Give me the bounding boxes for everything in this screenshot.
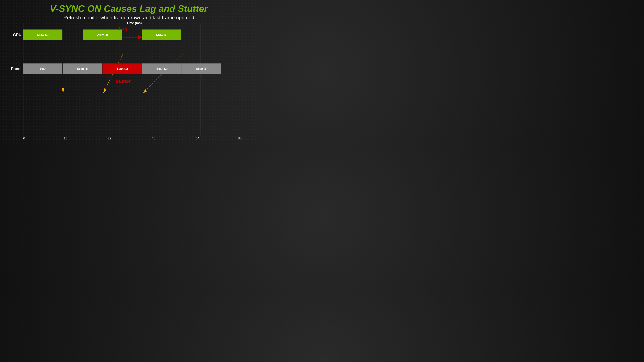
panel-bar-scan1-gray: Scan (1): [63, 63, 102, 74]
panel-bar-scan2: Scan (2): [142, 63, 182, 74]
gpu-bar-draw2: Draw (2): [83, 29, 122, 40]
time-label-64: 64: [196, 137, 199, 140]
panel-label: Panel: [7, 66, 22, 71]
gpu-row: GPU Draw (1) Draw (2) Draw (3): [23, 29, 245, 40]
panel-bar-scan: Scan: [23, 63, 62, 74]
page-content: V-SYNC ON Causes Lag and Stutter Refresh…: [0, 0, 258, 145]
grid-line-0: [23, 24, 24, 136]
time-label-80: 80: [238, 137, 242, 140]
panel-bar-scan3: Scan (3): [182, 63, 221, 74]
panel-bar-scan1-red: Scan (1): [102, 63, 142, 74]
time-label-48: 48: [152, 137, 155, 140]
page-subtitle: Refresh monitor when frame drawn and las…: [63, 15, 194, 20]
time-unit-label: Time (ms): [127, 21, 142, 25]
grid-line-16: [68, 24, 68, 136]
gpu-label: GPU: [7, 32, 22, 37]
gpu-bar-draw1: Draw (1): [23, 29, 62, 40]
time-labels: 0 16 32 48 64 80: [23, 137, 245, 140]
time-label-32: 32: [108, 137, 111, 140]
page-title: V-SYNC ON Causes Lag and Stutter: [50, 3, 208, 14]
lag-label: Lag: [118, 26, 128, 32]
panel-row: Panel Scan Scan (1) Scan (1) Scan (2): [23, 63, 245, 74]
stutter-label: Stutter: [101, 79, 145, 84]
grid-line-64: [200, 24, 201, 136]
chart-area: GPU Draw (1) Draw (2) Draw (3) Lag: [23, 24, 245, 143]
time-axis: [23, 136, 245, 136]
gpu-bar-draw3: Draw (3): [142, 29, 182, 40]
time-label-16: 16: [64, 137, 67, 140]
chart-container: GPU Draw (1) Draw (2) Draw (3) Lag: [7, 24, 250, 143]
time-label-0: 0: [23, 137, 25, 140]
